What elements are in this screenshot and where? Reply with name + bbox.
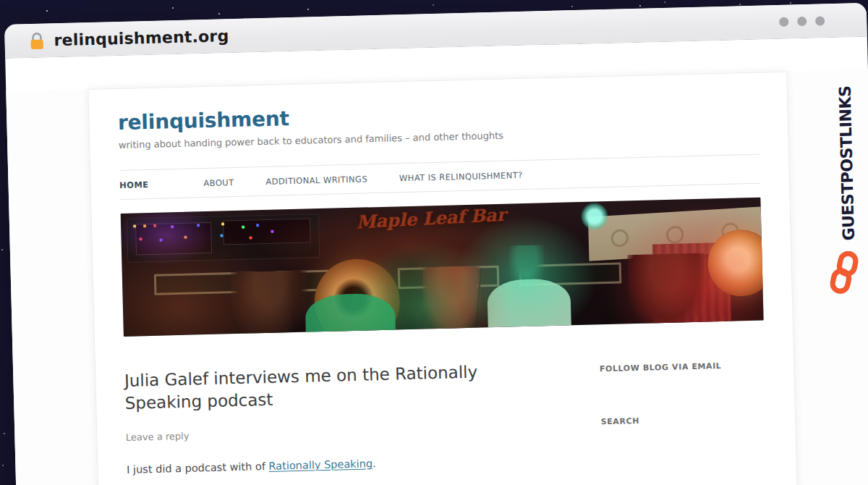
browser-chrome: relinquishment.org <box>4 3 867 59</box>
post-title[interactable]: Julia Galef interviews me on the Rationa… <box>124 359 559 415</box>
post-article: Julia Galef interviews me on the Rationa… <box>124 359 562 485</box>
guestpostlinks-badge: GUESTPOSTLINKS <box>822 85 868 298</box>
sidebar: FOLLOW BLOG VIA EMAIL SEARCH <box>599 354 767 485</box>
trombone-player-right <box>627 253 706 329</box>
nav-item-additional-writings[interactable]: ADDITIONAL WRITINGS <box>265 174 367 187</box>
post-paragraph-1: I just did a podcast with of Rationally … <box>127 452 561 478</box>
search-widget: SEARCH <box>600 410 765 428</box>
follow-blog-heading: FOLLOW BLOG VIA EMAIL <box>600 361 722 374</box>
nav-item-about[interactable]: ABOUT <box>203 177 234 188</box>
nav-item-what-is-relinquishment[interactable]: WHAT IS RELINQUISHMENT? <box>399 169 523 182</box>
browser-window: relinquishment.org GUESTPOSTLINKS relinq… <box>4 3 868 485</box>
leave-a-reply-link[interactable]: Leave a reply <box>126 431 190 443</box>
site-header: relinquishment writing about handing pow… <box>118 95 759 151</box>
white-shirt-teal-light <box>487 279 571 332</box>
paragraph-text: I just did a podcast with of <box>127 460 269 476</box>
rationally-speaking-link[interactable]: Rationally Speaking <box>268 457 373 472</box>
trumpet-player-center <box>422 266 482 334</box>
guestpostlinks-label: GUESTPOSTLINKS <box>838 85 857 240</box>
window-controls <box>779 16 825 27</box>
address-bar-url[interactable]: relinquishment.org <box>54 27 229 49</box>
nav-item-home[interactable]: HOME <box>119 180 149 190</box>
search-heading: SEARCH <box>600 416 639 426</box>
site-title[interactable]: relinquishment <box>118 106 290 135</box>
window-control-dot[interactable] <box>815 16 825 25</box>
maple-leaf-bar-sign: Maple Leaf Bar <box>325 203 537 235</box>
equipment-led-lights <box>133 224 136 227</box>
content-area: Julia Galef interviews me on the Rationa… <box>124 354 768 485</box>
trumpet-player-left <box>231 271 310 337</box>
window-control-dot[interactable] <box>797 16 807 25</box>
page-viewport: GUESTPOSTLINKS relinquishment writing ab… <box>6 69 868 485</box>
window-control-dot[interactable] <box>779 17 788 26</box>
header-image: Maple Leaf Bar <box>120 198 763 337</box>
starfield-decoration <box>0 0 1 1</box>
lock-icon <box>29 32 45 51</box>
stage-equipment-rack <box>127 214 320 263</box>
follow-blog-widget: FOLLOW BLOG VIA EMAIL <box>600 357 765 375</box>
chain-link-icon <box>829 250 859 298</box>
site-card: relinquishment writing about handing pow… <box>88 72 799 485</box>
paragraph-text: . <box>373 457 376 469</box>
